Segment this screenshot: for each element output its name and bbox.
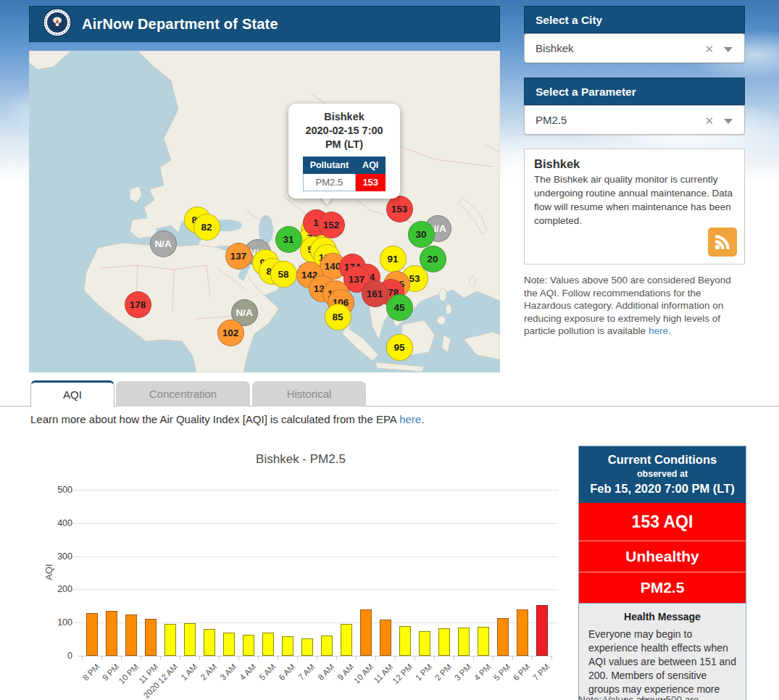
health-message-body: Everyone may begin to experience health … <box>588 628 736 700</box>
chart-x-tick <box>141 657 141 660</box>
conditions-aqi-banner: 153 AQI Unhealthy PM2.5 <box>579 503 746 603</box>
chart-bar[interactable] <box>497 618 509 656</box>
chart-bar[interactable] <box>184 623 196 656</box>
conditions-aqi-value: 153 AQI <box>579 503 746 541</box>
chart-bar[interactable] <box>301 638 313 656</box>
chart-x-tick-label: 6 PM <box>512 662 531 682</box>
parameter-caret-icon[interactable] <box>724 119 733 124</box>
learn-more-text: Learn more about how the Air Quality Ind… <box>30 413 424 425</box>
chart-bar[interactable] <box>223 633 235 656</box>
map-marker[interactable]: 30 <box>408 221 435 248</box>
chart-bar[interactable] <box>86 613 98 656</box>
chart-bar[interactable] <box>360 609 372 656</box>
chart-x-tick <box>512 657 513 660</box>
chart-bar[interactable] <box>125 614 137 656</box>
learn-more-here-link[interactable]: here <box>399 413 421 425</box>
chart-x-tick <box>336 657 337 660</box>
rss-icon[interactable] <box>708 228 737 257</box>
chart-bar[interactable] <box>282 636 293 656</box>
map-marker[interactable]: N/A <box>150 230 177 257</box>
popup-aqi-value: 153 <box>356 174 386 191</box>
parameter-select[interactable]: PM2.5 ✕ <box>524 105 745 135</box>
conditions-subtitle: observed at <box>583 469 741 479</box>
chart-y-tick-label: 0 <box>43 651 72 661</box>
tab-historical[interactable]: Historical <box>252 381 366 407</box>
chart-bar[interactable] <box>145 619 157 656</box>
chart-gridline <box>67 490 558 491</box>
popup-col-aqi: AQI <box>356 157 386 174</box>
map-marker[interactable]: 85 <box>325 304 351 330</box>
chart-x-tick <box>551 657 552 660</box>
city-clear-icon[interactable]: ✕ <box>704 34 714 64</box>
aqi-world-map[interactable]: 8882N/AN/A137918558178N/A102697011521533… <box>29 51 500 372</box>
conditions-pollutant: PM2.5 <box>579 572 746 603</box>
map-marker[interactable]: 45 <box>386 294 413 321</box>
chart-bar[interactable] <box>399 626 411 656</box>
map-marker[interactable]: 91 <box>380 246 407 272</box>
conditions-title: Current Conditions <box>583 453 741 467</box>
popup-pollutant-value: PM2.5 <box>303 174 355 191</box>
chart-bar[interactable] <box>419 631 430 656</box>
chart-bar[interactable] <box>517 609 528 656</box>
chart-x-tick <box>101 657 102 660</box>
chart-x-axis <box>78 656 552 657</box>
popup-aqi-table: Pollutant AQI PM2.5 153 <box>303 157 386 191</box>
chart-y-axis-label: AQI <box>43 558 54 587</box>
chart-x-tick-label: 2 PM <box>433 662 453 682</box>
chart-x-tick <box>532 657 533 660</box>
beyond-aqi-note: Note: Values above 500 are considered Be… <box>524 274 745 338</box>
chart-bar[interactable] <box>321 636 333 656</box>
map-marker[interactable]: 178 <box>125 291 151 318</box>
chart-bar[interactable] <box>164 624 176 656</box>
chart-bar[interactable] <box>458 628 470 656</box>
chart-x-tick <box>375 657 376 660</box>
chart-bar[interactable] <box>106 611 117 656</box>
chart-gridline <box>67 589 558 590</box>
sidebar: Select a City Bishkek ✕ Select a Paramet… <box>524 6 745 338</box>
chart-x-tick-label: 10 AM <box>351 662 375 686</box>
current-conditions-panel: Current Conditions observed at Feb 15, 2… <box>578 446 746 700</box>
chart-bar[interactable] <box>380 620 391 656</box>
chart-x-tick-label: 7 AM <box>296 662 316 682</box>
chart-bar[interactable] <box>204 629 215 656</box>
health-message-title: Health Message <box>588 611 736 622</box>
chart-x-tick <box>160 657 161 660</box>
map-marker[interactable]: 95 <box>386 334 413 361</box>
chart-x-tick-label: 3 AM <box>218 662 238 682</box>
map-marker[interactable]: 31 <box>275 226 302 253</box>
chart-bar[interactable] <box>262 633 274 656</box>
map-marker[interactable]: 161 <box>362 280 388 307</box>
chart-bar[interactable] <box>243 635 254 656</box>
chart-bar[interactable] <box>438 628 450 656</box>
aqi-bar-chart: Bishkek - PM2.5 AQI 01002003004005008 PM… <box>40 442 576 700</box>
chart-x-tick <box>317 657 317 660</box>
chart-x-tick-label: 4 PM <box>472 662 492 682</box>
map-marker[interactable]: 152 <box>318 212 345 238</box>
clipped-note-text: Note: Values above 500 are considered Be… <box>578 693 749 700</box>
chart-x-tick-label: 10 PM <box>117 662 140 686</box>
parameter-clear-icon[interactable]: ✕ <box>704 106 714 136</box>
conditions-datetime: Feb 15, 2020 7:00 PM (LT) <box>583 482 741 496</box>
map-marker[interactable]: 58 <box>270 261 297 288</box>
map-marker[interactable]: 102 <box>217 320 244 346</box>
select-city-header: Select a City <box>524 6 745 33</box>
map-marker[interactable]: 153 <box>386 196 413 222</box>
app-header: AirNow Department of State <box>29 6 500 42</box>
chart-x-tick <box>434 657 435 660</box>
info-body: The Bishkek air quality monitor is curre… <box>534 172 735 228</box>
chart-bar[interactable] <box>341 624 352 656</box>
map-marker[interactable]: 82 <box>193 214 220 241</box>
tab-concentration[interactable]: Concentration <box>116 381 250 407</box>
chart-gridline <box>67 523 558 524</box>
chart-bar[interactable] <box>536 605 548 656</box>
chart-x-tick <box>395 657 396 660</box>
map-marker[interactable]: 137 <box>225 243 252 270</box>
city-select[interactable]: Bishkek ✕ <box>524 33 745 63</box>
note-here-link[interactable]: here <box>649 325 668 336</box>
chart-x-tick-label: 8 PM <box>81 662 101 682</box>
chart-bar[interactable] <box>478 627 489 656</box>
chart-x-tick <box>121 657 122 660</box>
chart-x-tick <box>493 657 493 660</box>
tab-aqi[interactable]: AQI <box>30 380 114 407</box>
city-caret-icon[interactable] <box>724 47 733 52</box>
